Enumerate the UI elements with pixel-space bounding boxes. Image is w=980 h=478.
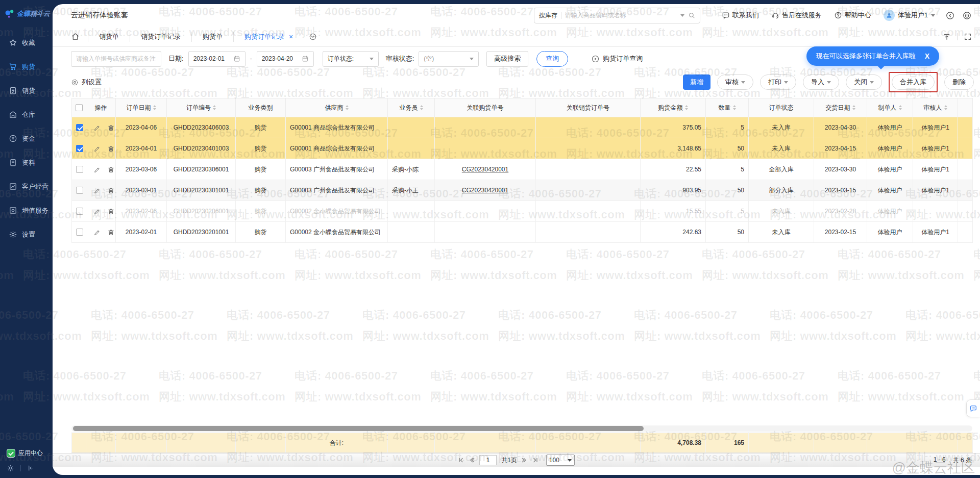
tab-purchase-order[interactable]: 购货单 [191,32,233,42]
sort-icon[interactable] [899,104,902,112]
app-center-button[interactable]: 应用中心 [7,449,53,458]
sort-icon[interactable] [733,104,736,112]
sort-icon[interactable] [685,104,688,112]
search-input[interactable] [565,12,677,19]
tab-sales-order[interactable]: 销货单 [88,32,130,42]
sort-icon[interactable] [852,104,855,112]
sidebar-item-value-services[interactable]: 增值服务 [0,198,53,222]
add-button[interactable]: 新增 [683,74,710,90]
close-button[interactable]: 关闭 [846,74,882,90]
tab-sales-order-records[interactable]: 销货订单记录 [130,32,191,42]
sidebar-item-data[interactable]: 资料 [0,150,53,174]
row-checkbox[interactable] [76,187,83,194]
collapse-top-icon[interactable] [943,33,951,41]
sort-icon[interactable] [944,104,947,112]
page-size-select[interactable]: 100 [546,455,575,466]
row-checkbox[interactable] [76,145,83,152]
sidebar-item-funds[interactable]: 资金 [0,127,53,150]
keyword-input[interactable] [76,55,156,62]
order-status-select[interactable]: 订单状态: [323,51,379,67]
theme-sun-icon[interactable] [7,464,14,472]
linked-purchase-order-link[interactable]: CG20230420001 [462,187,508,194]
chevron-down-icon[interactable] [680,14,684,19]
edit-icon[interactable] [93,187,101,194]
delete-button[interactable]: 删除 [944,74,974,90]
sidebar-item-favorites[interactable]: 收藏 [0,31,53,55]
home-icon[interactable] [71,32,80,41]
delete-icon[interactable] [107,208,115,215]
delete-icon[interactable] [107,166,115,173]
contact-us-link[interactable]: 联系我们 [722,11,759,20]
table-row-5[interactable]: 2023-02-06GHDD20230206001购货G00002 金小蝶食品贸… [72,201,973,222]
fullscreen-icon[interactable] [964,33,972,41]
date-label: 日期: [168,54,184,63]
print-button[interactable]: 打印 [760,74,796,90]
row-checkbox[interactable] [76,124,83,131]
collapse-sidebar-icon[interactable] [27,464,35,472]
prev-page-icon[interactable] [469,457,475,463]
linked-purchase-order-link[interactable]: CG20230420001 [462,166,508,173]
edit-icon[interactable] [93,145,101,153]
table-row-6[interactable]: 2023-02-01GHDD20230201001购货G00002 金小蝶食品贸… [72,222,973,243]
page-number-input[interactable] [479,455,497,465]
table-row-4[interactable]: 2023-03-01GHDD20230301001购货G00003 广州食品批发… [72,180,973,201]
sort-icon[interactable] [153,104,156,112]
last-page-icon[interactable] [532,457,538,463]
power-icon[interactable] [962,11,972,20]
row-checkbox[interactable] [76,166,83,173]
sort-icon[interactable] [420,104,423,112]
query-button[interactable]: 查询 [536,51,568,67]
row-checkbox[interactable] [76,229,83,236]
file-icon [9,158,17,167]
cell-delivery: 2023-02-15 [814,222,867,243]
edit-icon[interactable] [93,166,101,173]
select-all-checkbox[interactable] [76,104,83,111]
audit-status-select[interactable]: (空) [419,51,479,67]
app-logo[interactable]: 金蝶精斗云 [0,0,53,23]
column-settings-button[interactable]: 列设置 [71,78,102,87]
edit-icon[interactable] [93,229,101,236]
cell-po [435,117,536,138]
back-circle-icon[interactable] [945,11,955,20]
advanced-search-button[interactable]: 高级搜索 [486,51,528,67]
sidebar-item-warehouse[interactable]: 仓库 [0,103,53,127]
edit-icon[interactable] [93,208,101,215]
search-icon[interactable] [688,12,695,19]
sidebar-item-customer-ops[interactable]: 客户经营 [0,174,53,198]
sidebar-item-purchase[interactable]: 购货 [0,55,53,79]
delete-icon[interactable] [107,124,115,132]
date-to-input[interactable]: 2023-04-20 [257,51,314,67]
row-checkbox[interactable] [76,208,83,215]
search-scope-label[interactable]: 搜库存 [539,11,557,20]
audit-button[interactable]: 审核 [717,74,753,90]
sidebar-item-settings[interactable]: 设置 [0,222,53,246]
table-row-2[interactable]: 2023-04-01GHDD20230401003购货G00001 商品综合批发… [72,138,973,159]
after-sales-service-link[interactable]: 售后在线服务 [771,11,822,20]
merge-inbound-button[interactable]: 合并入库 [892,74,935,90]
sort-icon[interactable] [213,104,216,112]
sidebar-item-sales[interactable]: 销货 [0,79,53,103]
next-page-icon[interactable] [522,457,528,463]
feedback-chat-tab[interactable] [966,399,980,417]
first-page-icon[interactable] [458,457,464,463]
sort-icon[interactable] [346,104,349,112]
cell-date: 2023-02-01 [116,222,167,243]
user-menu[interactable]: 体验用户1 [884,10,935,21]
inventory-search[interactable]: 搜库存 [534,8,700,23]
delete-icon[interactable] [107,229,115,236]
delete-icon[interactable] [107,145,115,153]
date-from-input[interactable]: 2023-02-01 [188,51,246,67]
scrollbar-thumb[interactable] [73,426,644,431]
help-center-link[interactable]: 帮助中心 [834,11,871,20]
tab-close-icon[interactable]: × [289,33,293,41]
cell-salesman: 采购-小王 [388,180,435,201]
table-row-3[interactable]: 2023-03-06GHDD20230306001购货G00003 广州食品批发… [72,159,973,180]
purchase-order-report-link[interactable]: 购货订单查询 [591,54,643,63]
tooltip-close-button[interactable]: X [925,52,929,60]
tab-purchase-order-records[interactable]: 购货订单记录× [233,32,304,42]
tab-history-icon[interactable] [309,33,317,41]
delete-icon[interactable] [107,187,115,194]
table-row-1[interactable]: 2023-04-06GHDD20230406003购货G00001 商品综合批发… [72,117,973,138]
import-button[interactable]: 导入 [803,74,839,90]
edit-icon[interactable] [93,124,101,132]
